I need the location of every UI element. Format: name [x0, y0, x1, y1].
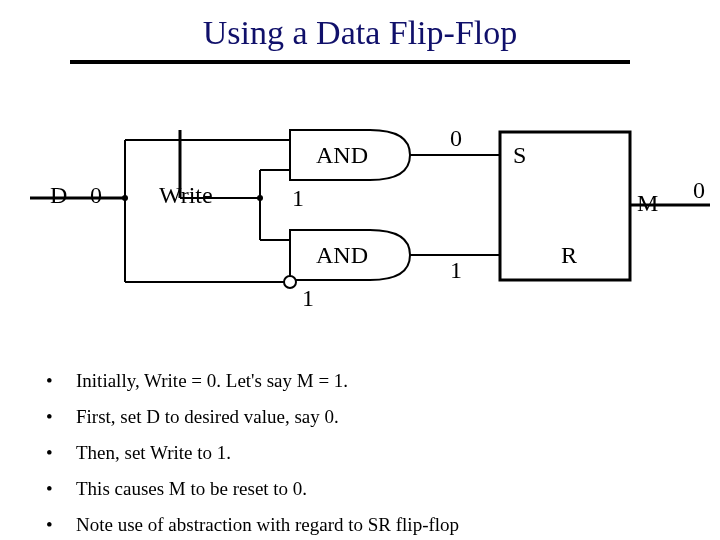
title-rule	[70, 60, 630, 64]
label-AND-bot-out: 1	[450, 257, 462, 284]
label-mid-write: 1	[292, 185, 304, 212]
slide: Using a Data Flip-Flop D 0 Write AND 0 1…	[0, 0, 720, 540]
label-S: S	[513, 142, 526, 169]
label-M-value: 0	[693, 177, 705, 204]
label-R: R	[561, 242, 577, 269]
bullet-item: Initially, Write = 0. Let's say M = 1.	[36, 370, 686, 392]
bullet-item: First, set D to desired value, say 0.	[36, 406, 686, 428]
junction-write	[257, 195, 263, 201]
bullet-item: This causes M to be reset to 0.	[36, 478, 686, 500]
label-D-value: 0	[90, 182, 102, 209]
bullet-item: Note use of abstraction with regard to S…	[36, 514, 686, 536]
junction-D	[122, 195, 128, 201]
label-AND-top: AND	[316, 142, 368, 169]
label-inverter-out: 1	[302, 285, 314, 312]
bullet-item: Then, set Write to 1.	[36, 442, 686, 464]
label-AND-top-out: 0	[450, 125, 462, 152]
label-AND-bot: AND	[316, 242, 368, 269]
label-M: M	[637, 190, 658, 217]
circuit-diagram: D 0 Write AND 0 1 AND 1 1 S R M 0	[0, 130, 720, 350]
bullet-list: Initially, Write = 0. Let's say M = 1. F…	[36, 370, 686, 540]
inverter-bubble-icon	[284, 276, 296, 288]
label-Write: Write	[159, 182, 213, 209]
page-title: Using a Data Flip-Flop	[0, 14, 720, 52]
label-D: D	[50, 182, 67, 209]
